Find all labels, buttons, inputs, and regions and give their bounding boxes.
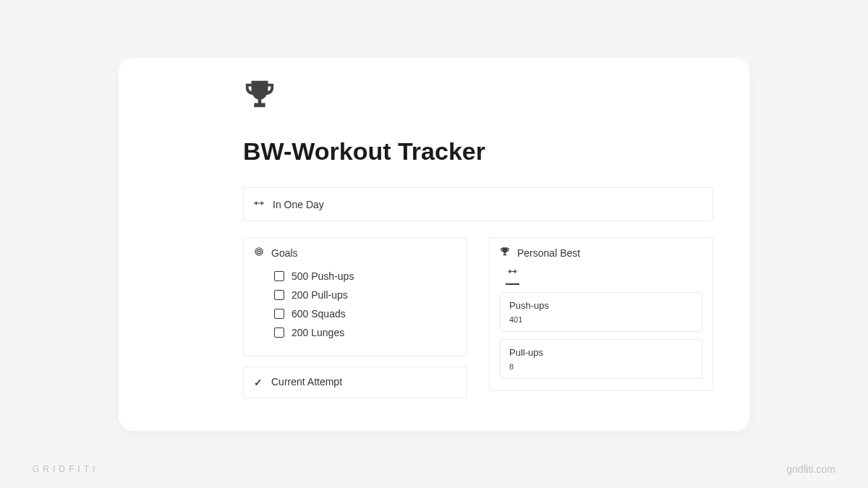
goal-label: 200 Lunges: [292, 327, 344, 338]
personal-best-panel[interactable]: Personal Best Push-ups 401: [489, 237, 713, 391]
checkbox-icon[interactable]: [274, 271, 284, 281]
checkbox-icon[interactable]: [274, 309, 284, 319]
checkbox-icon[interactable]: [274, 290, 284, 300]
pb-card[interactable]: Pull-ups 8: [500, 339, 702, 379]
target-icon: [254, 247, 264, 259]
personal-best-header: Personal Best: [517, 247, 580, 259]
current-attempt-header-row: Current Attempt: [254, 376, 456, 388]
trophy-icon: [243, 78, 713, 114]
page-title: BW-Workout Tracker: [243, 137, 713, 166]
right-column: Personal Best Push-ups 401: [489, 237, 713, 408]
columns: Goals 500 Push-ups 200 Pull-ups: [243, 237, 713, 408]
page-content: BW-Workout Tracker In One Day Goals: [119, 58, 749, 408]
callout-in-one-day[interactable]: In One Day: [243, 187, 713, 221]
goals-panel[interactable]: Goals 500 Push-ups 200 Pull-ups: [243, 237, 467, 356]
tab-row: [500, 266, 702, 285]
goal-label: 500 Push-ups: [292, 270, 354, 282]
left-column: Goals 500 Push-ups 200 Pull-ups: [243, 237, 467, 408]
checkbox-icon[interactable]: [274, 328, 284, 338]
page-card: BW-Workout Tracker In One Day Goals: [119, 58, 749, 431]
goals-list: 500 Push-ups 200 Pull-ups 600 Squads: [254, 270, 456, 338]
pb-exercise: Push-ups: [509, 300, 693, 311]
pb-card[interactable]: Push-ups 401: [500, 292, 702, 332]
pb-exercise: Pull-ups: [509, 347, 693, 358]
tab-exercises[interactable]: [506, 266, 519, 285]
goal-item[interactable]: 600 Squads: [274, 308, 456, 320]
callout-text: In One Day: [273, 199, 324, 210]
goals-header: Goals: [271, 247, 298, 259]
pb-value: 8: [509, 362, 693, 371]
footer-site: gridfiti.com: [786, 463, 835, 475]
goal-label: 200 Pull-ups: [292, 289, 348, 301]
personal-best-header-row: Personal Best: [500, 247, 702, 259]
dumbbell-icon: [508, 266, 517, 278]
pb-value: 401: [509, 315, 693, 324]
footer-brand: GRIDFITI: [33, 464, 98, 474]
current-attempt-header: Current Attempt: [271, 376, 342, 388]
goal-item[interactable]: 200 Lunges: [274, 327, 456, 338]
current-attempt-panel[interactable]: Current Attempt: [243, 367, 467, 398]
goal-label: 600 Squads: [292, 308, 346, 320]
goal-item[interactable]: 500 Push-ups: [274, 270, 456, 282]
trophy-icon-small: [500, 247, 510, 259]
goals-header-row: Goals: [254, 247, 456, 259]
dumbbell-icon: [254, 198, 264, 210]
goal-item[interactable]: 200 Pull-ups: [274, 289, 456, 301]
footer: GRIDFITI gridfiti.com: [33, 463, 835, 475]
personal-best-list: Push-ups 401 Pull-ups 8: [500, 292, 702, 379]
check-icon: [254, 377, 264, 387]
